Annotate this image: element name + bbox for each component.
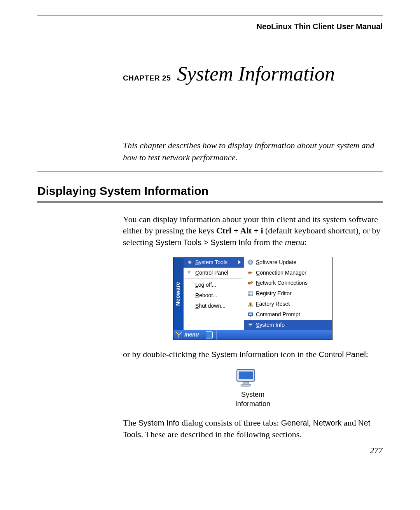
svg-rect-24 [243, 382, 248, 384]
paragraph-1: You can display information about your t… [123, 214, 383, 248]
svg-rect-18 [250, 316, 251, 317]
svg-rect-20 [249, 324, 252, 325]
p3-mid: dialog consists of three tabs: [179, 418, 281, 428]
taskbar-monitor-icon [206, 331, 213, 338]
svg-rect-14 [250, 303, 250, 305]
mi-shutdown-label: Shut down... [195, 302, 226, 310]
menu-item-shutdown[interactable]: Shut down... [184, 301, 244, 311]
top-rule [37, 16, 383, 16]
menu-item-reboot[interactable]: Reboot... [184, 290, 244, 301]
p2-mid: icon in the [278, 349, 319, 359]
warn-icon [247, 301, 254, 307]
icon-label-line2: Information [235, 399, 270, 408]
menu-word: menu [285, 238, 304, 247]
mi-cm-label: Connection Manager [256, 269, 306, 277]
keyboard-shortcut: Ctrl + Alt + i [216, 226, 263, 235]
blank-icon [187, 303, 193, 309]
taskbar-menu-button[interactable]: menu [173, 331, 203, 338]
chapter-label: CHAPTER 25 [123, 74, 171, 82]
svg-rect-7 [248, 272, 251, 273]
menu-item-logoff[interactable]: Log off... [184, 280, 244, 290]
mi-nc-label: Network Connections [256, 279, 308, 287]
svg-point-1 [189, 261, 191, 263]
section-heading: Displaying System Information [37, 184, 383, 198]
monitor-icon [247, 322, 254, 328]
taskbar: menu [173, 330, 332, 340]
p3-sep1: , [309, 418, 313, 428]
svg-point-9 [248, 282, 250, 284]
menu-item-factory-reset[interactable]: Factory Reset [244, 299, 332, 309]
p1-post: : [304, 237, 307, 247]
mi-st-accel: System Tools [195, 259, 228, 265]
menu-item-command-prompt[interactable]: Command Prompt [244, 309, 332, 320]
menu-item-system-info[interactable]: System Info [244, 320, 332, 330]
globe-icon [247, 259, 254, 265]
monitor-large-icon[interactable] [235, 369, 270, 387]
p2-panel: Control Panel [318, 350, 366, 359]
blank-icon [187, 293, 193, 299]
plug-icon [247, 270, 254, 276]
page-number: 277 [370, 445, 383, 456]
menu-path: System Tools > System Info [156, 238, 252, 247]
menu-item-software-update[interactable]: Software Update [244, 257, 332, 268]
mi-fr-label: Factory Reset [256, 300, 290, 308]
svg-rect-25 [241, 384, 251, 386]
mi-su-label: Software Update [256, 259, 296, 266]
paragraph-2: or by double-clicking the System Informa… [123, 349, 383, 360]
blank-icon [187, 282, 193, 288]
p3-post: . These are described in the following s… [141, 429, 302, 439]
manual-title: NeoLinux Thin Client User Manual [37, 22, 383, 31]
taskbar-menu-label: menu [184, 331, 199, 338]
svg-rect-15 [250, 305, 250, 306]
section-underline [37, 201, 383, 203]
menu-item-system-tools[interactable]: System Tools [184, 257, 244, 268]
menu-item-network-connections[interactable]: Network Connections [244, 278, 332, 288]
logo-icon [176, 332, 182, 338]
p3-mid2: and [341, 418, 358, 428]
p3-name: System Info [138, 419, 180, 427]
p3-pre: The [123, 418, 138, 428]
mi-cp-label: Control Panel [195, 269, 228, 277]
svg-point-10 [251, 281, 253, 283]
p2-post: : [366, 349, 368, 359]
icon-label-line1: System [235, 390, 270, 399]
p3-tab2: Network [313, 419, 341, 427]
menu-item-connection-manager[interactable]: Connection Manager [244, 268, 332, 278]
monitor-icon [247, 312, 254, 318]
menu-brand-bar: Neoware [173, 257, 184, 330]
svg-rect-12 [249, 293, 250, 293]
mi-reboot-label: Reboot... [195, 292, 217, 299]
net-icon [247, 280, 254, 286]
menu-separator [185, 279, 242, 279]
menu-col-left: System Tools Control Panel Log [184, 257, 244, 330]
body-text: You can display information about your t… [123, 214, 383, 440]
svg-rect-8 [251, 272, 252, 273]
p2-name: System Information [211, 350, 278, 359]
chapter-heading: CHAPTER 25 System Information [123, 62, 383, 85]
menu-col-right: Software Update Connection Manager Netwo… [244, 257, 332, 330]
svg-rect-23 [239, 372, 253, 379]
mi-re-label: Registry Editor [256, 290, 292, 297]
mid-rule [37, 172, 383, 172]
p3-tab1: General [281, 419, 309, 427]
menu-item-registry-editor[interactable]: Registry Editor [244, 288, 332, 299]
chapter-intro: This chapter describes how to display in… [123, 140, 379, 164]
submenu-arrow-icon [238, 260, 241, 264]
reg-icon [247, 291, 254, 297]
system-info-icon-figure: System Information [235, 369, 270, 409]
mi-cpmt-label: Command Prompt [256, 311, 300, 318]
svg-rect-11 [248, 292, 253, 296]
svg-rect-17 [249, 314, 252, 315]
p1-mid2: from the [252, 237, 285, 247]
taskbar-separator [216, 330, 216, 340]
menu-screenshot: Neoware System Tools [173, 257, 332, 340]
menu-item-control-panel[interactable]: Control Panel [184, 268, 244, 278]
wrench-icon [187, 270, 193, 276]
footer-rule [37, 429, 383, 429]
gear-icon [187, 259, 193, 265]
p2-pre: or by double-clicking the [123, 349, 211, 359]
svg-rect-21 [250, 326, 251, 327]
chapter-title: System Information [177, 62, 335, 85]
mi-logoff-label: Log off... [195, 281, 216, 289]
mi-si-label: System Info [256, 321, 285, 329]
